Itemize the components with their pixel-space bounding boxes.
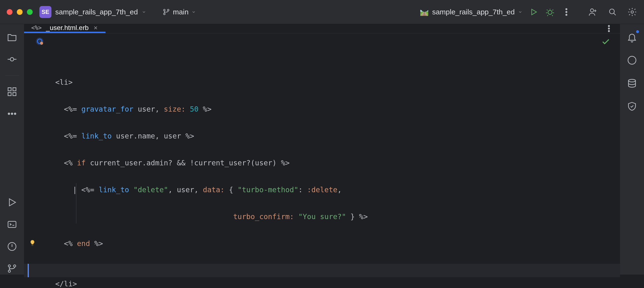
code-text: user,: [133, 105, 164, 113]
code-text: } %>: [346, 212, 368, 221]
code-text: user.name, user %>: [112, 132, 194, 140]
inspections-ok-icon[interactable]: [601, 37, 610, 51]
project-selector[interactable]: SE sample_rails_app_7th_ed: [40, 6, 146, 18]
svg-point-30: [628, 79, 635, 82]
problems-tool-icon[interactable]: [6, 241, 18, 253]
window-traffic-lights: [7, 9, 33, 15]
code-editor[interactable]: <li> <%= gravatar_for user, size: 50 %> …: [55, 33, 620, 288]
project-badge: SE: [40, 6, 52, 18]
tool-divider: [5, 75, 19, 76]
code-text: <%=: [55, 105, 81, 113]
intention-bulb-icon[interactable]: [29, 239, 36, 247]
run-tool-icon[interactable]: [6, 196, 18, 208]
tab-label: _user.html.erb: [46, 24, 88, 32]
editor-gutter: [24, 33, 55, 288]
tab-options[interactable]: [598, 24, 620, 33]
svg-point-15: [8, 113, 10, 115]
tab-user-html-erb[interactable]: <%> _user.html.erb: [24, 24, 106, 33]
settings-icon[interactable]: [627, 7, 637, 17]
main-shell: <%> _user.html.erb <li> <%= gravatar_for…: [0, 24, 644, 275]
minimize-window-icon[interactable]: [17, 9, 22, 15]
erb-file-icon: <%>: [31, 24, 42, 31]
svg-point-9: [631, 11, 634, 13]
svg-rect-12: [13, 88, 16, 91]
code-text: :delete: [307, 186, 338, 194]
chevron-down-icon: [518, 10, 522, 14]
svg-rect-19: [8, 221, 16, 228]
code-text: {: [229, 186, 238, 194]
svg-point-4: [566, 8, 567, 9]
search-everywhere-icon[interactable]: [608, 7, 618, 17]
run-controls: 🛤️ sample_rails_app_7th_ed: [420, 7, 572, 17]
svg-point-17: [14, 113, 16, 115]
branch-name: main: [173, 8, 189, 16]
caret-line-highlight: [24, 264, 620, 277]
code-text: :: [298, 186, 307, 194]
code-text: <%=: [55, 132, 81, 140]
close-window-icon[interactable]: [7, 9, 12, 15]
editor-column: <%> _user.html.erb <li> <%= gravatar_for…: [24, 24, 620, 275]
svg-rect-13: [8, 93, 11, 96]
more-run-options[interactable]: [561, 7, 572, 17]
terminal-tool-icon[interactable]: [6, 218, 18, 230]
svg-point-7: [590, 9, 594, 12]
code-text: "You sure?": [298, 212, 346, 221]
svg-rect-14: [13, 93, 16, 96]
svg-marker-18: [9, 199, 16, 206]
code-with-me-icon[interactable]: [588, 7, 598, 17]
svg-point-23: [8, 270, 10, 272]
svg-point-5: [566, 11, 567, 12]
svg-point-10: [10, 58, 14, 61]
security-tool-icon[interactable]: [626, 100, 638, 112]
code-text: <li>: [55, 78, 72, 86]
close-tab-icon[interactable]: [93, 25, 98, 30]
code-text: turbo_confirm:: [233, 212, 298, 221]
debug-button[interactable]: [545, 7, 555, 17]
code-text: | <%=: [55, 186, 99, 194]
fullscreen-window-icon[interactable]: [27, 9, 33, 15]
more-tools-icon[interactable]: [6, 108, 18, 120]
code-text: ,: [338, 186, 342, 194]
code-text: if: [77, 159, 86, 167]
svg-point-2: [164, 13, 165, 15]
svg-point-21: [8, 265, 10, 267]
code-text: %>: [198, 105, 212, 113]
svg-point-22: [14, 265, 16, 267]
code-text: [129, 186, 133, 194]
titlebar: SE sample_rails_app_7th_ed main 🛤️ sampl…: [0, 0, 644, 24]
version-control-tool-icon[interactable]: [6, 263, 18, 275]
svg-point-26: [608, 30, 610, 32]
notifications-icon[interactable]: [626, 31, 638, 43]
git-branch-selector[interactable]: main: [162, 8, 196, 16]
database-tool-icon[interactable]: [626, 77, 638, 89]
run-button[interactable]: [529, 7, 539, 17]
run-gutter-icon[interactable]: [35, 37, 44, 46]
svg-point-25: [608, 28, 610, 29]
structure-tool-icon[interactable]: [6, 86, 18, 98]
project-tool-icon[interactable]: [6, 31, 18, 43]
run-config-selector[interactable]: 🛤️ sample_rails_app_7th_ed: [420, 8, 522, 16]
code-text: <%: [55, 159, 77, 167]
svg-rect-11: [8, 88, 11, 91]
git-branch-icon: [162, 8, 170, 16]
svg-point-16: [11, 113, 13, 115]
code-text: "turbo-method": [238, 186, 298, 194]
code-text: %>: [90, 239, 103, 248]
code-text: "delete": [133, 186, 168, 194]
editor-area[interactable]: <li> <%= gravatar_for user, size: 50 %> …: [24, 33, 620, 288]
svg-point-3: [548, 10, 552, 14]
left-toolwindow-bar: [0, 24, 24, 275]
chevron-down-icon: [142, 10, 146, 14]
commit-tool-icon[interactable]: [6, 53, 18, 65]
code-text: </li>: [55, 280, 77, 288]
svg-point-6: [566, 14, 567, 15]
code-text: 50: [190, 105, 198, 113]
svg-point-8: [610, 9, 614, 14]
code-text: end: [77, 239, 90, 248]
code-text: link_to: [81, 132, 112, 140]
svg-point-0: [164, 9, 165, 11]
code-text: size:: [164, 105, 190, 113]
svg-point-29: [40, 42, 43, 45]
code-text: data:: [203, 186, 229, 194]
ai-assistant-icon[interactable]: [626, 54, 638, 66]
